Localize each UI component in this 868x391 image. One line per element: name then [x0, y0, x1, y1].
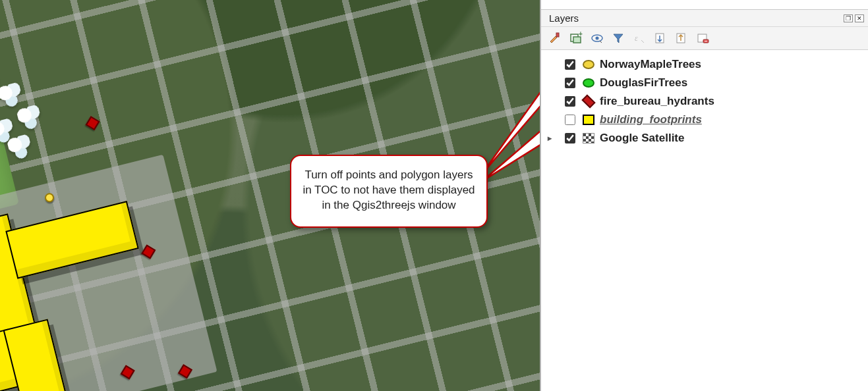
polygon-symbol-icon [583, 115, 594, 125]
panel-title: Layers [549, 13, 579, 24]
map-canvas[interactable]: Turn off points and polygon layers in TO… [0, 0, 540, 391]
expand-all-icon[interactable] [653, 31, 668, 45]
layer-row-hydrants[interactable]: fire_bureau_hydrants [545, 92, 864, 111]
callout-tail-lower [482, 102, 540, 188]
funnel-filter-icon[interactable] [611, 31, 625, 45]
layer-tree: NorwayMapleTrees DouglasFirTrees fire_bu… [541, 50, 868, 391]
layer-checkbox[interactable] [565, 133, 575, 143]
layer-label: DouglasFirTrees [600, 76, 687, 90]
layer-row-norway[interactable]: NorwayMapleTrees [545, 55, 864, 74]
layers-panel: Layers ❐ ✕ + ε [540, 0, 868, 391]
eye-visibility-icon[interactable] [590, 31, 604, 45]
panel-close-button[interactable]: ✕ [855, 14, 864, 22]
point-symbol-icon [583, 60, 594, 69]
layer-checkbox[interactable] [565, 78, 575, 88]
panel-header: Layers ❐ ✕ [541, 10, 868, 27]
svg-rect-13 [705, 41, 707, 41]
svg-text:+: + [579, 32, 583, 38]
remove-layer-icon[interactable] [695, 31, 710, 45]
svg-rect-2 [556, 33, 559, 37]
layer-label: fire_bureau_hydrants [600, 95, 714, 108]
window-sliver [541, 0, 868, 10]
layer-label: NorwayMapleTrees [600, 58, 701, 71]
layer-row-google-satellite[interactable]: ▸ Google Satellite [545, 129, 864, 147]
svg-rect-4 [573, 37, 581, 43]
layer-row-buildings[interactable]: building_footprints [545, 111, 864, 129]
add-group-icon[interactable]: + [569, 31, 583, 45]
undock-button[interactable]: ❐ [844, 14, 853, 22]
point-symbol-icon [583, 78, 594, 88]
annotation-text: Turn off points and polygon layers in TO… [303, 169, 475, 211]
layer-label: building_footprints [600, 113, 702, 126]
svg-point-7 [596, 37, 599, 40]
layer-checkbox[interactable] [565, 96, 575, 107]
layer-checkbox[interactable] [565, 59, 575, 70]
collapse-all-icon[interactable] [674, 31, 689, 45]
layer-row-douglas[interactable]: DouglasFirTrees [545, 74, 864, 92]
expression-filter-icon: ε [632, 31, 647, 45]
layer-label: Google Satellite [600, 132, 684, 145]
expand-arrow-icon[interactable]: ▸ [548, 134, 552, 143]
layer-checkbox[interactable] [565, 115, 575, 125]
raster-symbol-icon [583, 133, 594, 143]
layers-toolbar: + ε [541, 27, 868, 50]
svg-text:ε: ε [635, 34, 638, 43]
diamond-symbol-icon [581, 94, 595, 108]
svg-marker-1 [482, 114, 540, 181]
paintbrush-style-icon[interactable] [548, 31, 562, 45]
annotation-callout: Turn off points and polygon layers in TO… [290, 155, 488, 228]
